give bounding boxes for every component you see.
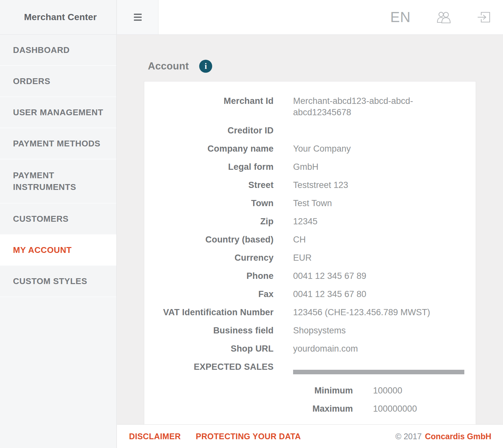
field-value <box>293 125 467 136</box>
sidebar-item-label: CUSTOM STYLES <box>13 275 87 287</box>
field-value: Your Company <box>293 143 467 155</box>
field-label: Legal form <box>144 161 274 173</box>
page-heading: Account i <box>148 60 212 73</box>
field-row-street: Street Teststreet 123 <box>144 180 476 191</box>
users-icon[interactable] <box>437 11 452 23</box>
sidebar: Merchant Center DASHBOARD ORDERS USER MA… <box>0 0 117 448</box>
maximum-label: Maximum <box>293 403 353 415</box>
account-details-card: Merchant Id Merchant-abcd123-abcd-abcd-a… <box>144 81 476 424</box>
field-value: Test Town <box>293 198 467 209</box>
field-label: Shop URL <box>144 343 274 355</box>
field-row-country: Country (based) CH <box>144 234 476 245</box>
field-row-fax: Fax 0041 12 345 67 80 <box>144 289 476 300</box>
sidebar-item-orders[interactable]: ORDERS <box>0 66 116 97</box>
field-label: Merchant Id <box>144 95 274 118</box>
logout-icon[interactable] <box>478 11 491 23</box>
sidebar-item-my-account[interactable]: MY ACCOUNT <box>0 235 116 266</box>
field-label: Town <box>144 198 274 209</box>
sidebar-item-custom-styles[interactable]: CUSTOM STYLES <box>0 266 116 297</box>
field-label: Zip <box>144 216 274 227</box>
protecting-your-data-link[interactable]: PROTECTING YOUR DATA <box>196 432 301 441</box>
company-link[interactable]: Concardis GmbH <box>425 432 491 441</box>
sidebar-item-label: USER MANAGEMENT <box>13 106 103 118</box>
expected-sales-minimum-row: Minimum 100000 <box>293 385 464 396</box>
field-value: Teststreet 123 <box>293 180 467 191</box>
field-value: Merchant-abcd123-abcd-abcd-abcd12345678 <box>293 95 467 118</box>
language-selector[interactable]: EN <box>390 10 411 24</box>
field-value: CH <box>293 234 467 245</box>
minimum-value: 100000 <box>373 385 402 396</box>
field-value: EUR <box>293 252 467 264</box>
field-value: 0041 12 345 67 89 <box>293 270 467 282</box>
sidebar-item-label: PAYMENT METHODS <box>13 138 100 149</box>
field-label: VAT Identification Number <box>144 307 274 318</box>
field-row-town: Town Test Town <box>144 198 476 209</box>
divider-bar <box>293 370 464 374</box>
info-icon[interactable]: i <box>199 60 212 73</box>
sidebar-item-user-management[interactable]: USER MANAGEMENT <box>0 97 116 128</box>
copyright-text: © 2017 <box>395 432 422 441</box>
field-value: 12345 <box>293 216 467 227</box>
field-label: Street <box>144 180 274 191</box>
field-label: Business field <box>144 325 274 336</box>
expected-sales-maximum-row: Maximum 100000000 <box>293 403 464 415</box>
field-row-vat-number: VAT Identification Number 123456 (CHE-12… <box>144 307 476 318</box>
field-row-zip: Zip 12345 <box>144 216 476 227</box>
sidebar-item-payment-methods[interactable]: PAYMENT METHODS <box>0 128 116 159</box>
sidebar-item-payment-instruments[interactable]: PAYMENT INSTRUMENTS <box>0 159 116 204</box>
field-label: Fax <box>144 289 274 300</box>
sidebar-item-label: MY ACCOUNT <box>13 244 72 256</box>
app-title-container: Merchant Center <box>0 0 116 35</box>
page-title: Account <box>148 60 189 72</box>
field-row-shop-url: Shop URL yourdomain.com <box>144 343 476 355</box>
field-value: 0041 12 345 67 80 <box>293 289 467 300</box>
app-title: Merchant Center <box>24 12 97 22</box>
sidebar-item-label: CUSTOMERS <box>13 213 69 225</box>
expected-sales-section: EXPECTED SALES Minimum 100000 Maximum 10… <box>144 361 476 424</box>
sidebar-item-label: DASHBOARD <box>13 44 70 56</box>
field-label: Company name <box>144 143 274 155</box>
sidebar-item-dashboard[interactable]: DASHBOARD <box>0 35 116 66</box>
main-content: Account i Merchant Id Merchant-abcd123-a… <box>117 35 503 424</box>
field-label: Country (based) <box>144 234 274 245</box>
maximum-value: 100000000 <box>373 403 417 415</box>
field-row-company-name: Company name Your Company <box>144 143 476 155</box>
footer-copyright: © 2017 Concardis GmbH <box>395 432 491 441</box>
field-value: GmbH <box>293 161 467 173</box>
field-row-creditor-id: Creditor ID <box>144 125 476 136</box>
menu-toggle-button[interactable] <box>117 0 159 34</box>
topbar-actions: EN <box>390 10 491 24</box>
minimum-label: Minimum <box>293 385 353 396</box>
field-row-legal-form: Legal form GmbH <box>144 161 476 173</box>
field-row-phone: Phone 0041 12 345 67 89 <box>144 270 476 282</box>
field-row-merchant-id: Merchant Id Merchant-abcd123-abcd-abcd-a… <box>144 95 476 118</box>
disclaimer-link[interactable]: DISCLAIMER <box>129 432 181 441</box>
field-value: 123456 (CHE-123.456.789 MWST) <box>293 307 467 318</box>
field-value: yourdomain.com <box>293 343 467 355</box>
expected-sales-label: EXPECTED SALES <box>144 361 274 424</box>
footer: DISCLAIMER PROTECTING YOUR DATA © 2017 C… <box>117 424 503 448</box>
hamburger-icon <box>134 14 142 21</box>
field-value: Shopsystems <box>293 325 467 336</box>
sidebar-item-customers[interactable]: CUSTOMERS <box>0 204 116 235</box>
field-label: Currency <box>144 252 274 264</box>
expected-sales-content: Minimum 100000 Maximum 100000000 <box>293 361 464 424</box>
field-label: Creditor ID <box>144 125 274 136</box>
sidebar-item-label: ORDERS <box>13 75 50 87</box>
footer-links: DISCLAIMER PROTECTING YOUR DATA <box>129 432 301 441</box>
field-row-currency: Currency EUR <box>144 252 476 264</box>
sidebar-item-label: PAYMENT INSTRUMENTS <box>13 169 107 193</box>
field-row-business-field: Business field Shopsystems <box>144 325 476 336</box>
field-label: Phone <box>144 270 274 282</box>
top-bar: EN <box>117 0 503 35</box>
